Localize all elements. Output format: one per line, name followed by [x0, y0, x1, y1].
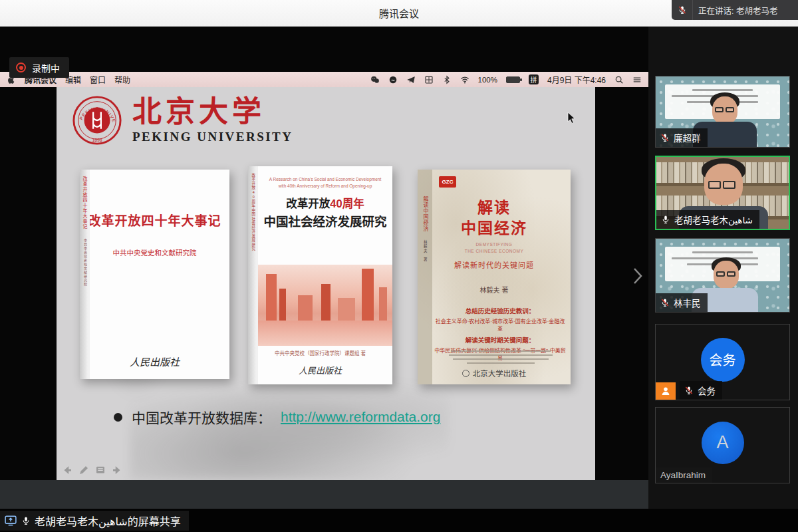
book3-title: 解读 中国经济	[418, 198, 571, 239]
next-slide-button[interactable]	[111, 464, 123, 476]
book3-publisher: 北京大学出版社	[473, 368, 527, 378]
book2-title-red: 40周年	[330, 198, 364, 209]
book3-spine-author: 林毅夫 著	[423, 240, 427, 262]
menu-help[interactable]: 帮助	[114, 74, 130, 85]
telegram-icon[interactable]	[406, 75, 416, 84]
mouse-cursor	[567, 112, 576, 124]
window-title: 腾讯会议	[379, 6, 419, 20]
book3-red-heading1: 总结历史经验历史教训：	[434, 306, 567, 315]
presentation-slide: PEKING UNIVERSITY 1898 北京大学 PEKING UNIVE…	[57, 86, 595, 480]
book3-title-line1: 解读	[418, 198, 571, 218]
book3-spine-title: 解读中国经济	[422, 196, 428, 232]
menu-window[interactable]: 窗口	[90, 74, 106, 85]
book3-fine-print	[444, 348, 557, 366]
speaking-indicator[interactable]: 正在讲话: 老胡老马老	[672, 0, 798, 20]
participant-name: 会务	[698, 384, 716, 397]
book2-skyline-art	[258, 265, 392, 346]
book3-english: DEMYSTIFYING THE CHINESE ECONOMY	[418, 241, 571, 255]
person-glasses	[715, 107, 734, 112]
wifi-icon[interactable]	[460, 75, 469, 84]
share-bottom-gap	[0, 480, 648, 509]
prev-slide-button[interactable]	[61, 464, 73, 476]
participant-name-tag: 会务	[680, 381, 722, 400]
avatar: A	[702, 422, 744, 464]
participant-name: AyaIbrahim	[660, 470, 706, 480]
avatar: 会务	[701, 338, 745, 382]
participant-tile-laohu[interactable]: 老胡老马老木شاهين	[655, 156, 790, 230]
book3-publisher-row: 北京大学出版社	[418, 368, 571, 378]
book2-english-line2: with 40th Anniversary of Reform and Open…	[258, 183, 392, 190]
slide-menu-button[interactable]	[94, 464, 106, 476]
participant-tile-linfengmin[interactable]: 林丰民	[655, 238, 790, 313]
pen-tool-button[interactable]	[78, 464, 90, 476]
book3-red-heading2: 解读关键时期关键问题：	[434, 335, 567, 344]
share-label-text: 老胡老马老木شاهين的屏幕共享	[35, 513, 181, 529]
presenter-controls	[61, 464, 123, 476]
menubar-datetime[interactable]: 4月9日 下午4:46	[547, 74, 606, 85]
book1-spine: 改革开放四十年大事记 中共中央党史和文献研究院	[80, 170, 90, 379]
book3-english-line2: THE CHINESE ECONOMY	[418, 248, 571, 255]
participant-name: 林丰民	[674, 296, 701, 309]
battery-percent: 100%	[478, 76, 497, 84]
mic-on-icon	[661, 215, 670, 224]
bullet-icon	[114, 413, 122, 422]
book-cover-3: 解读中国经济 林毅夫 著 GZC 解读 中国经济 DEMYSTIFYING TH…	[418, 170, 571, 384]
book1-spine-sub: 中共中央党史和文献研究院	[83, 239, 86, 287]
slide-watermark	[130, 374, 449, 480]
mic-on-icon	[21, 516, 31, 525]
avatar-background: 会务	[656, 325, 789, 400]
book1-subtitle: 中共中央党史和文献研究院	[80, 247, 229, 257]
person-glasses	[708, 181, 735, 189]
book2-title-line2: 中国社会经济发展研究	[258, 212, 392, 229]
participant-name-tag: 廉超群	[656, 128, 708, 147]
book2-spine-title: 改革开放40周年中国社会经济发展研究	[251, 173, 255, 251]
person-icon	[660, 386, 671, 396]
speaking-label: 正在讲话: 老胡老马老	[693, 4, 777, 17]
book-cover-1: 改革开放四十年大事记 中共中央党史和文献研究院 改革开放四十年大事记 中共中央党…	[80, 170, 229, 379]
host-role-badge	[656, 382, 676, 400]
recording-label: 录制中	[32, 61, 60, 74]
panel-collapse-chevron[interactable]	[630, 265, 645, 287]
book3-red-body1: 社会主义革命·农村改革·城市改革·国有企业改革·金融改革	[434, 317, 567, 332]
book3-logo: GZC	[439, 176, 456, 188]
window-grid-icon[interactable]	[424, 75, 434, 84]
participant-tile-huiwu[interactable]: 会务 会务	[655, 324, 790, 400]
book2-title-line1: 改革开放40周年	[258, 195, 392, 211]
pku-name-cn: 北京大学	[132, 96, 293, 128]
participant-name-tag: 老胡老马老木شاهين	[656, 210, 759, 229]
bluetooth-icon[interactable]	[442, 75, 452, 84]
participant-tile-lianchaoqun[interactable]: 廉超群	[655, 76, 790, 148]
mic-muted-icon	[672, 0, 693, 20]
mic-muted-icon	[684, 386, 694, 395]
reformdata-link[interactable]: http://www.reformdata.org	[281, 409, 440, 425]
bullet-text: 中国改革开放数据库：	[132, 407, 271, 427]
spotlight-search-icon[interactable]	[614, 75, 624, 84]
proxy-icon[interactable]	[388, 75, 398, 84]
book3-spine: 解读中国经济 林毅夫 著	[418, 170, 432, 384]
book2-publisher: 人民出版社	[248, 364, 392, 376]
participant-name-tag: AyaIbrahim	[656, 467, 712, 483]
book2-title-black: 改革开放	[286, 198, 330, 209]
recording-dot-icon	[16, 63, 26, 72]
pku-name-en: PEKING UNIVERSITY	[132, 130, 293, 144]
input-method-badge[interactable]: 拼	[529, 74, 539, 84]
screen-share-status: 老胡老马老木شاهين的屏幕共享	[0, 511, 189, 531]
control-center-icon[interactable]	[632, 75, 642, 84]
participants-panel: 廉超群 老胡老马老木شاهين 林丰民	[648, 27, 798, 509]
macos-menubar: 腾讯会议 编辑 窗口 帮助 100% 拼	[0, 72, 648, 87]
book1-publisher: 人民出版社	[80, 354, 229, 368]
battery-icon[interactable]	[506, 76, 520, 83]
pku-seal-icon: PEKING UNIVERSITY 1898	[71, 94, 123, 146]
book1-title: 改革开放四十年大事记	[80, 211, 229, 229]
bottom-status-bar: 老胡老马老木شاهين的屏幕共享	[0, 509, 798, 532]
book3-subtitle: 解读新时代的关键问题	[418, 259, 571, 270]
participant-tile-ayaibrahim[interactable]: A AyaIbrahim	[655, 407, 790, 483]
wechat-icon[interactable]	[370, 75, 380, 84]
participant-name-tag: 林丰民	[656, 293, 708, 312]
book3-title-line2: 中国经济	[418, 218, 571, 239]
book3-author: 林毅夫 著	[418, 285, 571, 295]
screen-share-icon	[4, 514, 17, 527]
book-cover-2: 改革开放40周年中国社会经济发展研究 A Research on China's…	[248, 166, 392, 384]
book2-english-line1: A Research on China's Social and Economi…	[258, 176, 392, 183]
seal-year: 1898	[92, 138, 102, 142]
